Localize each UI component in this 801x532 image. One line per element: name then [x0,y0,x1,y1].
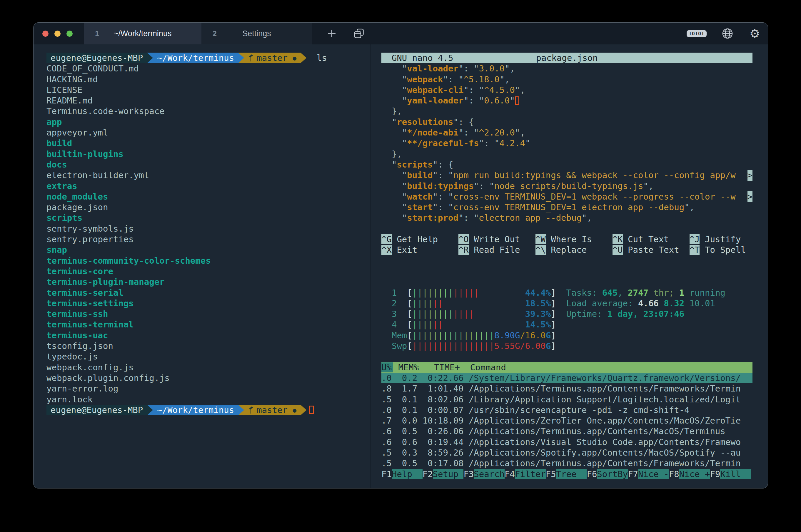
file-entry: snap [46,245,370,255]
file-entry: webpack.config.js [46,362,370,373]
fkey-action: Filter [515,469,546,479]
powerline-arrow-icon [238,53,244,63]
nano-cursor [515,96,519,105]
web-plugins-button[interactable] [719,23,736,44]
powerline-arrow-icon [300,405,306,415]
tab-title: Settings [201,23,312,44]
fkey-action: Nice - [638,469,669,479]
pane-divider[interactable] [371,44,371,488]
nano-line: "build:typings": "node scripts/build-typ… [381,181,752,191]
file-entry: LICENSE [46,84,370,95]
file-entry: builtin-plugins [46,149,370,159]
zoom-window-button[interactable] [67,31,73,37]
globe-icon [722,28,733,39]
serial-ports-button[interactable]: IOIOI [686,23,707,44]
file-entry: app [46,117,370,127]
nano-line: "webpack": "^5.18.0", [381,74,752,84]
fkey-label: F8 [669,469,679,479]
file-entry: terminus-core [46,266,370,277]
fkey-label: F2 [423,469,433,479]
file-entry: electron-builder.yml [46,170,370,180]
file-entry: terminus-plugin-manager [46,277,370,287]
new-window-button[interactable] [350,23,369,44]
nano-line: "yaml-loader": "0.6.0" [381,95,752,106]
nano-shortcut: ^U Paste Text [613,245,679,255]
system-meter: Swp[||||||||||||||||5.55G/6.00G] [381,341,752,351]
sort-column-header: U% [381,362,393,373]
left-terminal-pane[interactable]: eugene@Eugenes-MBP~/Work/terminusmaster … [46,53,370,415]
shell-prompt: eugene@Eugenes-MBP~/Work/terminusmaster … [46,405,370,415]
powerline-arrow-icon [147,53,153,63]
file-entry: scripts [46,212,370,223]
file-entry: node_modules [46,191,370,202]
powerline-arrow-icon [300,53,306,63]
system-stats-line: Uptime: 1 day, 23:07:46 [566,309,685,319]
nano-shortcut: ^T To Spell [690,245,746,255]
fkey-action: Setup [433,469,464,479]
fkey-label: F1 [381,469,392,479]
file-entry: webpack.plugin.config.js [46,373,370,383]
prompt-git-segment: master ● [244,53,300,63]
file-entry: appveyor.yml [46,127,370,138]
nano-shortcut: ^\ Replace [536,245,587,255]
settings-button[interactable]: ⚙ [746,23,764,44]
new-tab-button[interactable] [323,23,340,44]
system-meter: 3 [||||||||||||39.3%]Uptime: 1 day, 23:0… [381,309,752,319]
nano-filename: package.json [381,53,752,63]
process-row: .5 0.1 8:02.06 /Library/Application Supp… [381,394,752,405]
nano-shortcut: ^O Write Out [459,234,520,245]
fkey-action: Search [474,469,505,479]
file-entry: yarn-error.log [46,383,370,394]
nano-line: "*/node-abi": "^2.20.0", [381,127,752,138]
process-row: .7 0.0 10:18.09 /Applications/ZeroTier O… [381,415,752,426]
git-branch-icon [248,406,254,414]
file-entry: Terminus.code-workspace [46,106,370,116]
fkey-label: F5 [546,469,556,479]
file-entry: CODE_OF_CONDUCT.md [46,63,370,74]
tab-work-terminus[interactable]: 1 ~/Work/terminus [84,23,201,44]
tab-bar: 1 ~/Work/terminus 2 Settings IOIOI [34,23,768,44]
prompt-path-segment: ~/Work/terminus [153,405,238,415]
nano-line: "start": "cross-env TERMINUS_DEV=1 elect… [381,202,752,212]
prompt-git-segment: master ● [244,405,300,415]
right-terminal-pane[interactable]: GNU nano 4.5package.json "val-loader": "… [381,53,752,479]
fkey-action: SortBy [597,469,628,479]
terminal-cursor [309,405,314,414]
file-entry: sentry-symbols.js [46,223,370,234]
process-row: .8 1.7 1:01.40 /Applications/Terminus.ap… [381,383,752,394]
powerline-arrow-icon [238,405,244,415]
nano-line: "webpack-cli": "^4.5.0", [381,84,752,95]
nano-shortcut: ^K Cut Text [613,234,669,245]
process-row: .6 0.6 0:19.44 /Applications/Visual Stud… [381,437,752,448]
nano-line: "**/graceful-fs": "4.2.4" [381,138,752,148]
system-stats-line: Load average: 4.66 8.32 10.01 [566,298,715,309]
tab-settings[interactable]: 2 Settings [201,23,312,44]
process-row: .0 0.2 0:22.66 /System/Library/Framework… [381,373,752,383]
nano-shortcut: ^J Justify [690,234,741,245]
nano-shortcut-row: ^G Get Help^O Write Out^W Where Is^K Cut… [381,234,752,245]
tab-title: ~/Work/terminus [84,23,201,44]
system-meter: 4 [||||||14.5%] [381,319,752,330]
fkey-label: F7 [628,469,638,479]
file-entry: extras [46,181,370,191]
fkey-label: F9 [710,469,721,479]
nano-shortcut: ^G Get Help [381,234,438,245]
typed-command: ls [306,53,327,63]
nano-line: "watch": "cross-env TERMINUS_DEV=1 webpa… [381,191,752,202]
serial-icon: IOIOI [687,30,706,37]
fkey-label: F3 [463,469,474,479]
process-row: .6 0.5 0:26.06 /Applications/Terminus.ap… [381,426,752,436]
process-row: .5 0.5 0:17.08 /Applications/Terminus.ap… [381,458,752,469]
process-row: .0 0.1 0:00.07 /usr/sbin/screencapture -… [381,405,752,415]
nano-line: "resolutions": { [381,117,752,127]
prompt-path-segment: ~/Work/terminus [153,53,238,63]
file-entry: terminus-settings [46,298,370,309]
prompt-user-segment: eugene@Eugenes-MBP [46,53,147,63]
minimize-window-button[interactable] [54,31,60,37]
nano-line: }, [381,106,752,116]
file-entry: yarn.lock [46,394,370,405]
file-entry: terminus-serial [46,287,370,298]
system-stats-line: Tasks: 645, 2747 thr; 1 running [566,287,725,298]
fkey-action: Kill [720,469,751,479]
close-window-button[interactable] [42,31,49,37]
